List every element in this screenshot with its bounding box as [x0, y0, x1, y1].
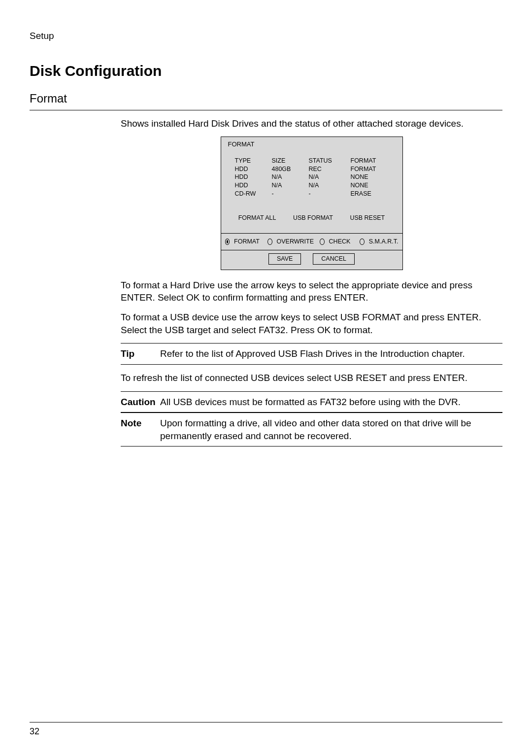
td-format: NONE	[351, 181, 393, 190]
save-button[interactable]: SAVE	[268, 253, 301, 265]
td-type: HDD	[235, 181, 272, 190]
td-type: HDD	[235, 173, 272, 181]
tip-block: Tip Refer to the list of Approved USB Fl…	[121, 343, 502, 365]
figure-tabs: FORMAT OVERWRITE CHECK S.M.A.R.T.	[221, 233, 402, 250]
page-title-h1: Disk Configuration	[30, 61, 502, 81]
tip-text: Refer to the list of Approved USB Flash …	[160, 347, 502, 360]
section-title-format: Format	[30, 91, 502, 106]
tab-overwrite[interactable]: OVERWRITE	[277, 238, 314, 246]
td-status: -	[309, 190, 351, 198]
td-format: NONE	[351, 173, 393, 181]
td-status: REC	[309, 165, 351, 173]
tab-check[interactable]: CHECK	[329, 238, 351, 246]
cancel-button[interactable]: CANCEL	[313, 253, 355, 265]
paragraph-format-hdd: To format a Hard Drive use the arrow key…	[121, 279, 502, 304]
figure-save-row: SAVE CANCEL	[221, 250, 402, 270]
table-row: HDD N/A N/A NONE	[235, 173, 396, 181]
td-format: ERASE	[351, 190, 393, 198]
th-size: SIZE	[272, 157, 309, 165]
th-format: FORMAT	[351, 157, 393, 165]
th-status: STATUS	[309, 157, 351, 165]
note-label: Note	[121, 417, 160, 442]
usb-reset-button[interactable]: USB RESET	[350, 214, 385, 222]
tip-label: Tip	[121, 347, 160, 360]
td-size: -	[272, 190, 309, 198]
td-type: HDD	[235, 165, 272, 173]
figure-title: FORMAT	[221, 137, 402, 150]
format-figure: FORMAT TYPE SIZE STATUS FORMAT HDD 480GB…	[221, 137, 403, 270]
caution-text: All USB devices must be formatted as FAT…	[160, 396, 502, 409]
td-format: FORMAT	[351, 165, 393, 173]
section-rule	[30, 110, 502, 110]
usb-format-button[interactable]: USB FORMAT	[293, 214, 333, 222]
table-row: CD-RW - - ERASE	[235, 190, 396, 198]
radio-smart-icon[interactable]	[360, 239, 365, 245]
paragraph-usb-reset: To refresh the list of connected USB dev…	[121, 372, 502, 384]
td-size: N/A	[272, 181, 309, 190]
table-header-row: TYPE SIZE STATUS FORMAT	[235, 157, 396, 165]
paragraph-format-usb: To format a USB device use the arrow key…	[121, 311, 502, 336]
td-size: 480GB	[272, 165, 309, 173]
intro-paragraph: Shows installed Hard Disk Drives and the…	[121, 117, 502, 130]
td-status: N/A	[309, 173, 351, 181]
td-status: N/A	[309, 181, 351, 190]
tab-smart[interactable]: S.M.A.R.T.	[369, 238, 399, 246]
figure-table: TYPE SIZE STATUS FORMAT HDD 480GB REC FO…	[221, 150, 402, 203]
radio-check-icon[interactable]	[320, 239, 325, 245]
td-type: CD-RW	[235, 190, 272, 198]
note-block: Note Upon formatting a drive, all video …	[121, 413, 502, 447]
caution-label: Caution	[121, 396, 160, 409]
table-row: HDD N/A N/A NONE	[235, 181, 396, 190]
td-size: N/A	[272, 173, 309, 181]
tab-format[interactable]: FORMAT	[234, 238, 260, 246]
note-text: Upon formatting a drive, all video and o…	[160, 417, 502, 442]
figure-button-row: FORMAT ALL USB FORMAT USB RESET	[221, 203, 402, 233]
table-row: HDD 480GB REC FORMAT	[235, 165, 396, 173]
radio-overwrite-icon[interactable]	[267, 239, 272, 245]
format-all-button[interactable]: FORMAT ALL	[238, 214, 276, 222]
caution-block: Caution All USB devices must be formatte…	[121, 391, 502, 413]
th-type: TYPE	[235, 157, 272, 165]
page-header: Setup	[30, 30, 502, 42]
radio-format-icon[interactable]	[225, 239, 230, 245]
